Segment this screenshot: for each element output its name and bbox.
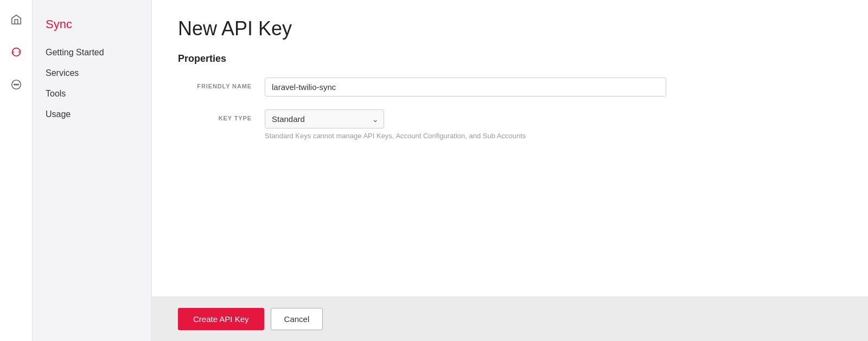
nav-sidebar-title: Sync xyxy=(33,11,151,42)
svg-point-2 xyxy=(16,84,17,85)
key-type-select[interactable]: Standard Restricted Main xyxy=(265,110,384,128)
more-nav-icon[interactable] xyxy=(5,74,27,95)
key-type-control: Standard Restricted Main ⌄ Standard Keys… xyxy=(265,110,666,140)
friendly-name-label: FRIENDLY NAME xyxy=(178,78,265,89)
nav-sidebar: Sync Getting Started Services Tools Usag… xyxy=(33,0,152,341)
friendly-name-input[interactable] xyxy=(265,78,666,96)
sidebar-item-getting-started[interactable]: Getting Started xyxy=(33,42,151,63)
footer-bar: Create API Key Cancel xyxy=(152,297,868,341)
sidebar-item-services[interactable]: Services xyxy=(33,63,151,83)
friendly-name-row: FRIENDLY NAME xyxy=(178,78,666,96)
icon-sidebar xyxy=(0,0,33,341)
key-type-label: KEY TYPE xyxy=(178,110,265,121)
svg-point-3 xyxy=(17,84,18,85)
content-body: New API Key Properties FRIENDLY NAME KEY… xyxy=(152,0,868,297)
create-api-key-button[interactable]: Create API Key xyxy=(178,308,264,330)
sidebar-item-usage[interactable]: Usage xyxy=(33,104,151,125)
svg-point-1 xyxy=(14,84,15,85)
main-content: New API Key Properties FRIENDLY NAME KEY… xyxy=(152,0,868,341)
friendly-name-control xyxy=(265,78,666,96)
page-title: New API Key xyxy=(178,17,842,40)
key-type-row: KEY TYPE Standard Restricted Main ⌄ Stan… xyxy=(178,110,666,140)
sync-nav-icon[interactable] xyxy=(5,41,27,63)
key-type-select-wrapper: Standard Restricted Main ⌄ xyxy=(265,110,384,128)
home-nav-icon[interactable] xyxy=(5,9,27,30)
cancel-button[interactable]: Cancel xyxy=(271,308,323,330)
key-type-hint: Standard Keys cannot manage API Keys, Ac… xyxy=(265,132,666,140)
section-title: Properties xyxy=(178,53,842,65)
sidebar-item-tools[interactable]: Tools xyxy=(33,83,151,104)
